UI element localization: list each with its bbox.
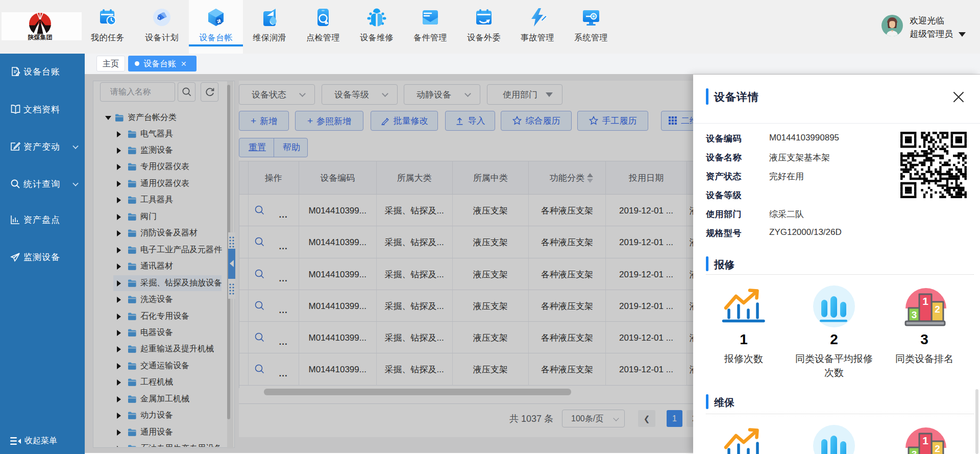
svg-text:1: 1: [922, 295, 928, 307]
svg-text:2: 2: [935, 443, 940, 454]
svg-text:陕煤集团: 陕煤集团: [28, 34, 53, 40]
svg-text:3: 3: [912, 309, 917, 320]
svg-text:3: 3: [912, 449, 917, 454]
svg-text:2: 2: [935, 304, 940, 315]
svg-text:1: 1: [922, 435, 928, 446]
